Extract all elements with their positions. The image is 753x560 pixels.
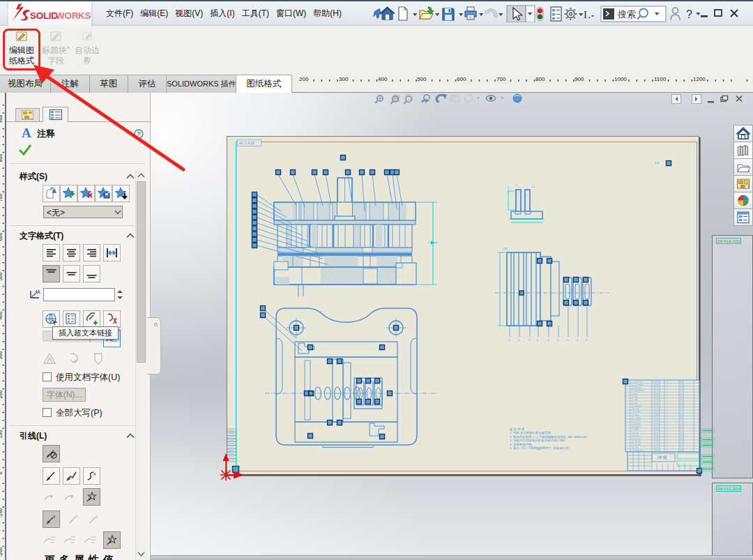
svg-text:1: 1 xyxy=(577,339,578,342)
svg-text:3. 冲裁刃口均须淬火处理 (GB1736) 7回3: 3. 冲裁刃口均须淬火处理 (GB1736) 7回3 xyxy=(510,439,565,442)
svg-text:A: A xyxy=(37,289,40,294)
svg-text:1: 1 xyxy=(518,339,519,342)
svg-text:4. 安装要求严格;: 4. 安装要求严格; xyxy=(510,443,532,446)
svg-text:1: 1 xyxy=(547,339,549,342)
svg-text:x: x xyxy=(93,471,96,476)
svg-text:0: 0 xyxy=(0,471,3,474)
svg-text:300: 300 xyxy=(0,351,3,360)
svg-text:160: 160 xyxy=(503,247,508,250)
svg-text:400: 400 xyxy=(0,312,3,320)
svg-text:I: I xyxy=(584,9,587,20)
svg-text:1. 冲床,压力机固定板夹紧牢固;: 1. 冲床,压力机固定板夹紧牢固; xyxy=(510,431,552,434)
svg-text:A: A xyxy=(52,188,56,195)
svg-text:x: x xyxy=(96,514,98,519)
svg-text:.: . xyxy=(588,8,591,20)
svg-text:1: 1 xyxy=(586,339,587,342)
svg-text:技 术 要 求: 技 术 要 求 xyxy=(509,427,525,431)
svg-text:600: 600 xyxy=(0,233,3,241)
svg-text:冲 模: 冲 模 xyxy=(657,455,667,460)
svg-text:200: 200 xyxy=(0,391,3,399)
svg-text:700: 700 xyxy=(0,194,3,202)
svg-text:100: 100 xyxy=(0,430,3,439)
svg-text:1: 1 xyxy=(508,339,510,342)
svg-text:x: x xyxy=(53,514,56,519)
svg-text:A1 工 A 23: A1 工 A 23 xyxy=(239,141,254,145)
svg-text:1: 1 xyxy=(537,339,538,342)
svg-text:-100: -100 xyxy=(0,508,3,517)
svg-text:1: 1 xyxy=(557,339,558,342)
svg-text:搜索: 搜索 xyxy=(617,9,636,20)
svg-text:-200: -200 xyxy=(0,547,3,557)
svg-text:500: 500 xyxy=(0,273,3,281)
svg-text:?: ? xyxy=(686,8,692,20)
svg-text:25: 25 xyxy=(531,185,535,188)
svg-text:B-B: B-B xyxy=(655,161,660,165)
svg-text:x: x xyxy=(75,514,78,519)
svg-text:1: 1 xyxy=(567,339,568,342)
svg-text:1: 1 xyxy=(528,339,530,342)
